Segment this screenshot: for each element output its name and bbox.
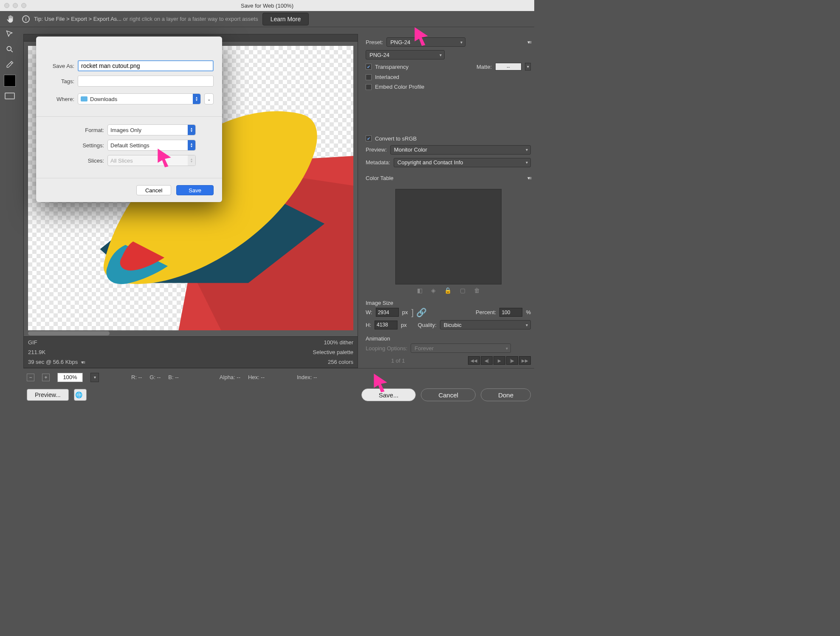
preset-label: Preset: (366, 39, 383, 45)
info-format: GIF (28, 339, 37, 346)
info-dither: 100% dither (324, 339, 353, 346)
quality-label: Quality: (418, 322, 437, 328)
preset-select[interactable]: PNG-24 (386, 37, 465, 47)
metadata-label: Metadata: (366, 159, 390, 166)
status-r: R: -- (131, 374, 142, 380)
format-select[interactable]: PNG-24 (366, 50, 445, 59)
folder-icon (81, 96, 87, 101)
interlaced-checkbox[interactable] (366, 74, 372, 80)
tip-text: Tip: Use File > Export > Export As... or… (34, 16, 258, 22)
status-index: Index: -- (297, 374, 317, 380)
status-g: G: -- (149, 374, 161, 380)
play-button: ▶ (493, 356, 505, 365)
zoom-tool-icon[interactable] (1, 42, 18, 56)
where-label: Where: (45, 96, 74, 102)
preview-button[interactable]: Preview... (27, 389, 69, 401)
tip-bar: i Tip: Use File > Export > Export As... … (0, 11, 534, 27)
looping-label: Looping Options: (366, 345, 407, 352)
color-table-menu-icon[interactable]: ▾≡ (527, 175, 531, 181)
browser-preview-icon[interactable]: 🌐▾ (74, 389, 87, 401)
transparency-label: Transparency (375, 64, 409, 70)
info-size: 211.9K (28, 349, 45, 355)
status-bar: − + 100% ▾ R: -- G: -- B: -- Alpha: -- H… (23, 368, 534, 386)
info-colors: 256 colors (328, 359, 353, 365)
px-label-h: px (401, 322, 407, 328)
quality-select[interactable]: Bicubic (440, 320, 531, 329)
matte-dropdown-icon[interactable]: ▾ (525, 63, 531, 70)
svg-point-0 (7, 46, 11, 51)
px-label-w: px (402, 309, 408, 315)
info-icon: i (22, 15, 30, 23)
info-menu-icon[interactable]: ▾≡ (81, 360, 85, 365)
percent-input[interactable] (499, 308, 522, 317)
tip-suffix: or right click on a layer for a faster w… (121, 16, 258, 22)
width-input[interactable] (376, 308, 399, 317)
ct-icon-4[interactable]: ▢ (460, 287, 465, 294)
percent-label: Percent: (476, 309, 496, 315)
save-button[interactable]: Save... (361, 388, 416, 401)
metadata-select[interactable]: Copyright and Contact Info (394, 158, 531, 167)
next-frame-button: |▶ (506, 356, 518, 365)
transparency-checkbox[interactable] (366, 64, 372, 70)
settings-select[interactable]: Default Settings▲▼ (107, 140, 196, 151)
convert-srgb-checkbox[interactable] (366, 135, 372, 141)
where-select[interactable]: Downloads ▲▼ (78, 93, 201, 104)
tags-label: Tags: (45, 78, 74, 84)
save-as-input[interactable] (78, 60, 214, 71)
zoom-value[interactable]: 100% (57, 373, 83, 382)
format-select-dialog[interactable]: Images Only▲▼ (107, 124, 196, 135)
color-table-label: Color Table (366, 175, 394, 181)
save-file-dialog: Save As: Tags: Where: Downloads ▲▼ ⌄ For… (36, 37, 222, 202)
height-input[interactable] (375, 321, 397, 329)
prev-frame-button: ◀| (481, 356, 493, 365)
save-as-label: Save As: (45, 63, 74, 69)
ct-icon-1[interactable]: ◧ (417, 287, 423, 294)
slice-select-tool-icon[interactable] (1, 27, 18, 41)
slices-select: All Slices▲▼ (107, 155, 196, 166)
convert-srgb-label: Convert to sRGB (375, 135, 417, 142)
color-table[interactable] (395, 189, 502, 284)
dialog-save-button[interactable]: Save (176, 185, 214, 195)
lock-icon[interactable]: 🔒 (444, 287, 451, 294)
matte-label: Matte: (476, 64, 492, 70)
preview-info: GIF 100% dither 211.9K Selective palette… (23, 337, 358, 368)
matte-value[interactable]: -- (495, 63, 521, 70)
color-swatch[interactable] (4, 75, 16, 87)
zoom-dropdown-icon[interactable]: ▾ (90, 373, 99, 382)
status-alpha: Alpha: -- (220, 374, 240, 380)
frame-counter: 1 of 1 (391, 357, 405, 364)
dialog-cancel-button[interactable]: Cancel (136, 185, 171, 195)
window-title: Save for Web (100%) (0, 3, 534, 9)
embed-profile-checkbox[interactable] (366, 84, 372, 90)
color-table-tools: ◧ ◈ 🔒 ▢ 🗑 (366, 287, 531, 294)
zoom-out-button[interactable]: − (27, 374, 34, 381)
last-frame-button: ▶▶ (519, 356, 531, 365)
toggle-slices-icon[interactable] (5, 93, 15, 99)
eyedropper-tool-icon[interactable] (1, 58, 18, 71)
tip-prefix: Tip: Use File > Export > Export As... (34, 16, 121, 22)
expand-dialog-button[interactable]: ⌄ (204, 93, 214, 104)
horizontal-scrollbar[interactable] (28, 330, 353, 336)
preview-select[interactable]: Monitor Color (390, 145, 531, 155)
animation-label: Animation (366, 335, 531, 342)
trash-icon[interactable]: 🗑 (474, 287, 480, 294)
ct-icon-2[interactable]: ◈ (431, 287, 436, 294)
preset-menu-icon[interactable]: ▾≡ (527, 39, 531, 45)
preview-label: Preview: (366, 146, 387, 153)
embed-profile-label: Embed Color Profile (375, 84, 424, 90)
button-bar: Preview... 🌐▾ Save... Cancel Done (23, 386, 534, 404)
cancel-button[interactable]: Cancel (421, 388, 476, 401)
interlaced-label: Interlaced (375, 74, 399, 80)
link-dimensions-icon[interactable]: ] 🔗 (411, 310, 426, 315)
done-button[interactable]: Done (481, 388, 531, 401)
hand-tool-icon[interactable] (3, 11, 18, 27)
zoom-in-button[interactable]: + (42, 374, 50, 381)
tags-input[interactable] (78, 76, 214, 87)
learn-more-button[interactable]: Learn More (262, 13, 309, 25)
image-size-label: Image Size (366, 300, 531, 306)
h-label: H: (366, 322, 371, 328)
looping-select: Forever (411, 343, 511, 353)
w-label: W: (366, 309, 372, 315)
percent-symbol: % (526, 309, 531, 315)
info-palette: Selective palette (313, 349, 353, 355)
